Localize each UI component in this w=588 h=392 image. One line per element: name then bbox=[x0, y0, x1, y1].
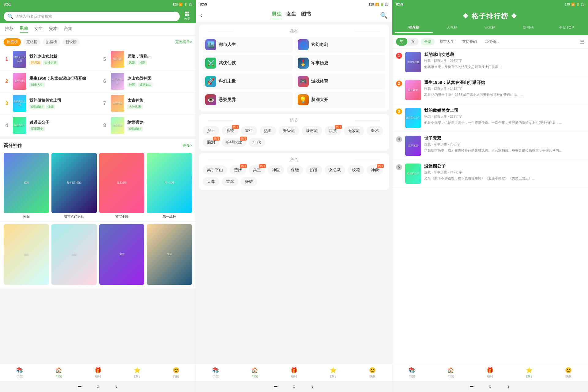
nav-bookshelf-p2[interactable]: 📚 书架 bbox=[196, 367, 235, 379]
tab-collection[interactable]: 合集 bbox=[64, 26, 72, 33]
nav-welfare-p3[interactable]: 🎁 福利 bbox=[470, 367, 510, 379]
genre-game[interactable]: 🎮 游戏体育 bbox=[295, 74, 385, 89]
sys-back-p3[interactable]: ‹ bbox=[505, 383, 511, 390]
chip-trash[interactable]: 废材流 bbox=[302, 126, 322, 135]
p3-tab-complete[interactable]: 完本榜 bbox=[471, 23, 509, 33]
chip-pigseat[interactable]: 扮猪吃虎 热门 bbox=[222, 138, 246, 147]
tab-books-p2[interactable]: 图书 bbox=[301, 11, 311, 19]
high-score-more[interactable]: 更多> bbox=[183, 143, 192, 148]
chip-invincible[interactable]: 无敌流 bbox=[344, 126, 364, 135]
filter-wuxia[interactable]: 武侠仙... bbox=[482, 38, 502, 45]
grid-book-2[interactable]: 都市玄门医仙 都市玄门医仙 bbox=[51, 153, 97, 219]
genre-urban[interactable]: 🏙️ 都市人生 bbox=[203, 37, 293, 53]
tab-female-p2[interactable]: 女生 bbox=[286, 11, 296, 19]
rank-item-7[interactable]: 7 太古神族 太古神族 大神名家 bbox=[98, 92, 196, 115]
rank-item-6[interactable]: 6 冰山女战神医 冰山女战神医 神医 成熟御... bbox=[98, 70, 196, 92]
sys-home-p3[interactable]: ○ bbox=[487, 383, 493, 390]
nav-welfare-p2[interactable]: 🎁 福利 bbox=[274, 367, 314, 379]
search-bar[interactable]: 🔍 请输入书名或作者搜索 bbox=[4, 12, 180, 21]
chip-chief[interactable]: 首席 bbox=[222, 177, 238, 186]
grid-book-4[interactable]: 第一战神 第一战神 bbox=[147, 153, 192, 219]
p3-book-item-2[interactable]: 2 重生1958 重生1958：从窝在深山打猎开始 连载 · 都市人生 · 14… bbox=[392, 76, 588, 104]
chip-sonlaw[interactable]: 赘婿 热门 bbox=[230, 165, 246, 175]
nav-rank-p3[interactable]: ⭐ 排行 bbox=[510, 367, 549, 379]
p3-book-item-5[interactable]: 5 逍遥四公子 逍遥四公子 连载 · 军事历史 · 212万字 又名《阁下不讲道… bbox=[392, 160, 588, 188]
tab-male[interactable]: 男生 bbox=[20, 26, 28, 33]
back-button-p2[interactable]: ‹ bbox=[200, 12, 202, 19]
menu-icon[interactable]: ☰ bbox=[580, 39, 584, 45]
grid-book-3[interactable]: 鉴宝金瞳 鉴宝金瞳 bbox=[99, 153, 145, 219]
chip-rural[interactable]: 乡土 bbox=[203, 126, 219, 135]
chip-bodyguard[interactable]: 保镖 bbox=[287, 165, 303, 175]
p3-tab-newbook[interactable]: 新书榜 bbox=[509, 23, 548, 33]
grid-book-5[interactable]: 玄幻 bbox=[4, 224, 49, 286]
p3-tab-recommend[interactable]: 推荐榜 bbox=[395, 23, 433, 33]
nav-bookshelf-p3[interactable]: 📚 书架 bbox=[392, 367, 432, 379]
grid-book-1[interactable]: 捡漏 捡漏 bbox=[4, 153, 49, 219]
chip-boss[interactable]: 女总裁 bbox=[325, 165, 345, 175]
nav-bookstore-p2[interactable]: 🏠 书城 bbox=[235, 367, 274, 379]
p3-book-item-4[interactable]: 4 世子无双 世子无双 连载 · 军事历史 · 75万字 穿越架空历史，成为在青… bbox=[392, 132, 588, 160]
chip-levelup[interactable]: 升级流 bbox=[279, 126, 299, 135]
chip-medicine[interactable]: 医术 bbox=[367, 126, 383, 135]
rank-tab-hot[interactable]: 热度榜 bbox=[4, 38, 21, 46]
chip-soldier[interactable]: 兵王 热门 bbox=[249, 165, 265, 175]
genre-scifi[interactable]: 🚀 科幻末世 bbox=[203, 74, 293, 89]
p3-book-item-1[interactable]: 1 冰山女总裁 我的冰山女总裁 连载 · 都市人生 · 295万字 他离婚当天，… bbox=[392, 48, 588, 76]
tab-complete[interactable]: 完本 bbox=[49, 26, 58, 33]
chip-lord[interactable]: 天尊 bbox=[203, 177, 219, 186]
tab-female[interactable]: 女生 bbox=[34, 26, 43, 33]
genre-fantasy[interactable]: 🌀 玄幻奇幻 bbox=[295, 37, 385, 53]
genre-military[interactable]: 🎖️ 军事历史 bbox=[295, 55, 385, 71]
rank-tab-search[interactable]: 热搜榜 bbox=[43, 38, 60, 46]
gender-female[interactable]: 女 bbox=[407, 38, 419, 46]
rank-item-2[interactable]: 2 重生1958 重生1958：从窝在深山打猎开始 都市人生 bbox=[0, 70, 98, 92]
nav-welfare-p1[interactable]: 🎁 福利 bbox=[78, 367, 118, 379]
nav-bookstore-p1[interactable]: 🏠 书城 bbox=[39, 367, 78, 379]
rank-item-4[interactable]: 4 逍遥四公子 逍遥四公子 军事历史 bbox=[0, 115, 98, 137]
nav-mine-p1[interactable]: 😊 我的 bbox=[156, 367, 196, 379]
sys-back-p2[interactable]: ‹ bbox=[309, 383, 315, 390]
rank-item-1[interactable]: 1 我的冰山女总裁 我的冰山女总裁 开局流 大神名家 bbox=[0, 48, 98, 70]
nav-bookstore-p3[interactable]: 🏠 书城 bbox=[432, 367, 471, 379]
sys-menu-p2[interactable]: ☰ bbox=[273, 383, 279, 390]
filter-urban[interactable]: 都市人生 bbox=[436, 38, 457, 45]
search-button-p2[interactable]: 🔍 bbox=[380, 12, 388, 19]
filter-all[interactable]: 全部 bbox=[421, 38, 435, 45]
gender-male[interactable]: 男 bbox=[396, 38, 407, 46]
filter-fantasy[interactable]: 玄幻奇幻 bbox=[459, 38, 480, 45]
grid-book-7[interactable]: 紫宝 bbox=[99, 224, 145, 286]
p3-book-item-3[interactable]: 3 傲娇美女上司 我的傲娇美女上司 完结 · 都市人生 · 227万字 他是小保… bbox=[392, 104, 588, 132]
chip-rebirth[interactable]: 重生 bbox=[241, 126, 257, 135]
category-button[interactable]: 分类 bbox=[182, 11, 192, 21]
tab-recommend[interactable]: 推荐 bbox=[5, 26, 13, 33]
chip-passion[interactable]: 热血 bbox=[260, 126, 276, 135]
rank-item-5[interactable]: 5 师娘请卧 师娘，请卧... 风流 神医 bbox=[98, 48, 196, 70]
sys-menu-p1[interactable]: ☰ bbox=[77, 383, 83, 390]
genre-mystery[interactable]: 👁️ 悬疑灵异 bbox=[203, 92, 293, 108]
rank-tab-complete[interactable]: 完结榜 bbox=[23, 38, 40, 46]
rank-item-8[interactable]: 8 绝世强龙 绝世强龙 成熟御姐 bbox=[98, 115, 196, 137]
nav-mine-p2[interactable]: 😊 我的 bbox=[353, 367, 392, 379]
grid-book-8[interactable]: 战神 bbox=[147, 224, 192, 286]
nav-rank-p1[interactable]: ⭐ 排行 bbox=[118, 367, 157, 379]
chip-brain[interactable]: 脑洞 热门 bbox=[203, 138, 219, 147]
rank-item-3[interactable]: 3 傲娇美女上司 我的傲娇美女上司 成熟御姐 保镖 bbox=[0, 92, 98, 115]
chip-rich[interactable]: 神豪 热门 bbox=[367, 165, 383, 175]
chip-system[interactable]: 系统 热门 bbox=[222, 126, 238, 135]
chip-campusgirl[interactable]: 校花 bbox=[348, 165, 364, 175]
chip-flood[interactable]: 洪荒 热门 bbox=[325, 126, 341, 135]
chip-era[interactable]: 年代 bbox=[249, 138, 265, 147]
nav-bookshelf-p1[interactable]: 📚 书架 bbox=[0, 367, 39, 379]
sys-back-p1[interactable]: ‹ bbox=[113, 383, 119, 390]
sys-home-p2[interactable]: ○ bbox=[291, 383, 297, 390]
tab-male-p2[interactable]: 男生 bbox=[272, 11, 281, 19]
chip-dad[interactable]: 奶爸 bbox=[306, 165, 322, 175]
p3-tab-top[interactable]: 全站TOP bbox=[547, 23, 586, 33]
nav-mine-p3[interactable]: 😊 我的 bbox=[549, 367, 588, 379]
chip-villain[interactable]: 奸雄 bbox=[241, 177, 257, 186]
sys-home-p1[interactable]: ○ bbox=[95, 383, 101, 390]
genre-creative[interactable]: 💡 脑洞大开 bbox=[295, 92, 385, 108]
chip-master[interactable]: 高手下山 bbox=[203, 165, 227, 175]
p3-tab-popular[interactable]: 人气榜 bbox=[433, 23, 471, 33]
